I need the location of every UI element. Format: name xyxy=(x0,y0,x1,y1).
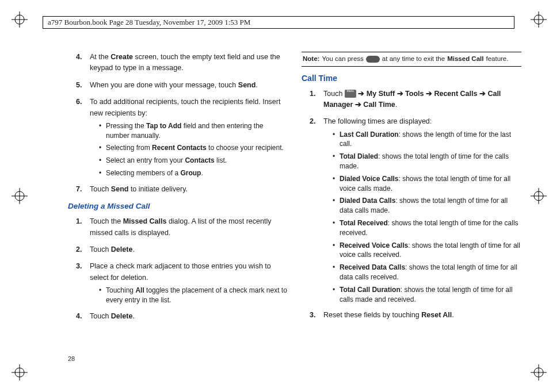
bullet-item: Total Received: shows the total length o… xyxy=(333,218,521,238)
step-list: 1.Touch ➔ My Stuff ➔ Tools ➔ Recent Call… xyxy=(313,89,521,321)
right-column: Note: You can press at any time to exit … xyxy=(302,52,521,363)
step-item: 1.Touch the Missed Calls dialog. A list … xyxy=(79,216,288,239)
note-label: Note: xyxy=(303,54,319,64)
bullet-item: Selecting members of a Group. xyxy=(99,168,288,178)
menu-key-icon xyxy=(345,90,356,98)
bullet-item: Pressing the Tap to Add field and then e… xyxy=(99,121,288,141)
bullet-list: Pressing the Tap to Add field and then e… xyxy=(99,121,288,178)
bullet-item: Received Voice Calls: shows the total le… xyxy=(333,241,521,260)
note-text: You can press xyxy=(322,54,363,64)
page-header: a797 Bourbon.book Page 28 Tuesday, Novem… xyxy=(43,16,514,29)
note-text: at any time to exit the xyxy=(382,54,445,64)
step-item: 3.Place a check mark adjacent to those e… xyxy=(79,261,288,305)
page-number: 28 xyxy=(68,355,75,362)
crop-mark-icon xyxy=(529,187,548,205)
bullet-item: Selecting from Recent Contacts to choose… xyxy=(99,143,288,153)
crop-mark-icon xyxy=(529,363,548,382)
step-item: 2.The following times are displayed:Last… xyxy=(313,116,521,304)
bullet-list: Touching All toggles the placement of a … xyxy=(99,286,288,305)
bullet-item: Dialed Voice Calls: shows the total leng… xyxy=(333,174,521,194)
section-title-calltime: Call Time xyxy=(302,72,521,85)
step-item: 4.Touch Delete. xyxy=(79,311,288,322)
bullet-item: Touching All toggles the placement of a … xyxy=(99,286,288,305)
step-item: 7.Touch Send to initiate delivery. xyxy=(79,184,288,195)
bullet-item: Total Call Duration: shows the total len… xyxy=(333,285,521,305)
crop-mark-icon xyxy=(10,363,29,382)
crop-mark-icon xyxy=(529,10,548,29)
bullet-list: Last Call Duration: shows the length of … xyxy=(333,130,521,305)
note-box: Note: You can press at any time to exit … xyxy=(302,52,521,67)
section-title-deleting: Deleting a Missed Call xyxy=(68,201,288,213)
step-item: 1.Touch ➔ My Stuff ➔ Tools ➔ Recent Call… xyxy=(313,89,521,111)
bullet-item: Select an entry from your Contacts list. xyxy=(99,156,288,166)
note-bold: Missed Call xyxy=(447,54,483,64)
bullet-item: Received Data Calls: shows the total len… xyxy=(333,263,521,282)
bullet-item: Last Call Duration: shows the length of … xyxy=(333,130,521,149)
crop-mark-icon xyxy=(10,10,29,29)
step-list: 1.Touch the Missed Calls dialog. A list … xyxy=(79,216,288,322)
note-text: feature. xyxy=(486,54,508,64)
bullet-item: Dialed Data Calls: shows the total lengt… xyxy=(333,196,521,216)
left-column: 4.At the Create screen, touch the empty … xyxy=(68,52,288,363)
step-item: 2.Touch Delete. xyxy=(79,244,288,255)
step-item: 3.Reset these fields by touching Reset A… xyxy=(313,310,521,321)
step-item: 6.To add additional recipients, touch th… xyxy=(79,97,288,178)
step-item: 5.When you are done with your message, t… xyxy=(79,80,288,91)
end-key-icon xyxy=(366,56,380,63)
step-list: 4.At the Create screen, touch the empty … xyxy=(79,52,288,195)
bullet-item: Total Dialed: shows the total length of … xyxy=(333,152,521,171)
step-item: 4.At the Create screen, touch the empty … xyxy=(79,52,288,74)
crop-mark-icon xyxy=(10,187,29,205)
page-content: 4.At the Create screen, touch the empty … xyxy=(68,52,521,363)
